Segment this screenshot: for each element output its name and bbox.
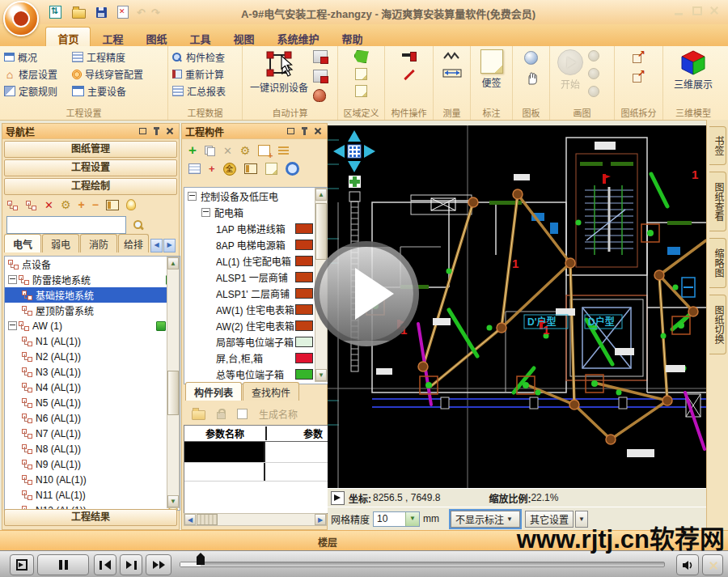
export-params-icon[interactable] — [192, 410, 205, 420]
recalculate-button[interactable]: 重新计算 — [172, 66, 238, 83]
component-item[interactable]: AW(2) 住宅电表箱 — [184, 317, 328, 333]
tree-expander-icon[interactable] — [8, 275, 17, 284]
project-results-button[interactable]: 工程结果 — [4, 509, 177, 526]
param-row[interactable] — [184, 463, 328, 482]
branch-tree-icon[interactable] — [26, 200, 37, 210]
project-settings-button[interactable]: 工程设置 — [4, 159, 177, 176]
component-item[interactable]: 8AP 电梯电源箱 — [184, 236, 328, 252]
tab-sheet-switch[interactable]: 图纸切换 — [709, 295, 726, 354]
wire-conduit-config-button[interactable]: 导线穿管配置 — [72, 66, 143, 83]
new-window-icon[interactable] — [258, 145, 270, 156]
param-row[interactable] — [184, 442, 328, 463]
copy-component-icon[interactable] — [205, 146, 215, 156]
tree-item[interactable]: N2 (AL(1)) — [5, 349, 180, 364]
component-item[interactable]: 配电箱 — [184, 204, 328, 220]
player-forward-button[interactable] — [146, 554, 171, 575]
component-check-button[interactable]: 构件检查 — [172, 49, 238, 66]
tree-item[interactable]: 基础接地系统 — [5, 287, 180, 303]
tab-scroll-left-icon[interactable]: ◀ — [150, 239, 163, 252]
player-pause-button[interactable] — [37, 554, 89, 575]
tree-item[interactable]: N7 (AL(1)) — [5, 426, 180, 441]
scroll-left-icon[interactable]: ◀ — [184, 514, 196, 525]
ruler-icon[interactable] — [442, 67, 462, 78]
tree-item[interactable]: N5 (AL(1)) — [5, 395, 180, 410]
tab-sheet-view[interactable]: 图纸查看 — [709, 172, 726, 231]
tree-item[interactable]: N9 (AL(1)) — [5, 456, 180, 472]
overview-button[interactable]: 概况 — [4, 49, 67, 66]
open-folder-icon[interactable] — [72, 9, 86, 19]
video-play-overlay-button[interactable] — [314, 241, 419, 346]
scroll-up-icon[interactable]: ▲ — [167, 257, 179, 269]
component-item[interactable]: 1AP 电梯进线箱 — [184, 220, 328, 236]
tree-search-input[interactable] — [6, 216, 126, 234]
delete-icon[interactable] — [44, 199, 53, 211]
undo-icon[interactable]: ↶ — [137, 6, 146, 19]
tree-item[interactable]: N10 (AL(1)) — [5, 472, 180, 487]
one-key-identify-button[interactable]: 一键识别设备 — [247, 49, 311, 104]
add-component-icon[interactable] — [188, 142, 197, 159]
switch-document-icon[interactable] — [49, 6, 61, 19]
save-icon[interactable] — [96, 7, 107, 18]
remove-icon[interactable] — [92, 198, 99, 211]
system-tree-icon[interactable] — [7, 200, 19, 210]
pin-panel-icon[interactable] — [150, 126, 162, 137]
tree-item[interactable]: 防雷接地系统 — [5, 272, 180, 287]
component-item[interactable]: 总等电位端子箱 — [184, 366, 328, 382]
generate-name-checkbox[interactable] — [237, 409, 248, 419]
tree-expander-icon[interactable] — [188, 192, 197, 201]
summary-report-button[interactable]: 汇总报表 — [172, 83, 238, 100]
scroll-up-icon[interactable]: ▲ — [315, 189, 327, 201]
split-sheet-icon-1[interactable] — [633, 51, 645, 63]
drawing-management-button[interactable]: 图纸管理 — [4, 141, 177, 158]
params-hscrollbar[interactable]: ◀ ▶ — [184, 513, 327, 526]
draw-tool-icon-3[interactable] — [588, 86, 599, 97]
region-note-icon-2[interactable] — [355, 85, 367, 97]
close-panel-icon[interactable] — [312, 126, 324, 137]
tree-item[interactable]: N11 (AL(1)) — [5, 487, 180, 503]
settings-gear-icon[interactable] — [61, 198, 71, 211]
scrollbar-thumb[interactable] — [315, 203, 327, 260]
tab-bookmarks[interactable]: 书签 — [709, 126, 726, 165]
close-button[interactable] — [710, 6, 722, 16]
split-sheet-icon-2[interactable] — [633, 70, 645, 83]
tree-item[interactable]: N6 (AL(1)) — [5, 410, 180, 426]
project-drawing-button[interactable]: 工程绘制 — [4, 178, 177, 195]
add-red-icon[interactable] — [209, 163, 215, 175]
scrollbar-thumb[interactable] — [167, 371, 179, 415]
tree-expander-icon[interactable] — [201, 208, 210, 217]
visibility-bulb-icon[interactable] — [126, 199, 136, 210]
ball-icon[interactable] — [524, 51, 538, 65]
chevron-down-icon[interactable]: ▼ — [405, 512, 419, 526]
tab-find-component[interactable]: 查找构件 — [243, 382, 299, 401]
player-volume-button[interactable] — [676, 554, 699, 575]
close-document-icon[interactable] — [117, 6, 129, 19]
select-all-coin-icon[interactable]: 全 — [223, 163, 236, 176]
search-icon[interactable] — [133, 219, 144, 231]
three-d-display-button[interactable]: 三维展示 — [667, 49, 719, 91]
main-equipment-button[interactable]: 主要设备 — [72, 83, 143, 100]
recognize-tool-icon-1[interactable] — [313, 50, 328, 63]
maximize-panel-icon[interactable] — [137, 126, 148, 137]
component-item[interactable]: ALSP1 一层商铺 — [184, 269, 328, 285]
annotation-mode-button[interactable]: 不显示标注▼ — [451, 511, 520, 528]
tree-item[interactable]: 屋顶防雷系统 — [5, 303, 180, 318]
note-icon[interactable] — [265, 163, 277, 175]
draw-tool-icon-2[interactable] — [588, 68, 599, 79]
tab-component-list[interactable]: 构件列表 — [185, 382, 242, 401]
start-draw-button[interactable]: 开始 — [554, 49, 586, 99]
component-item[interactable]: ALSP1' 二层商铺 — [184, 285, 328, 301]
tree-item[interactable]: N3 (AL(1)) — [5, 364, 180, 380]
scroll-down-icon[interactable]: ▼ — [315, 369, 327, 381]
draw-tool-icon-1[interactable] — [588, 50, 599, 62]
tree-scrollbar[interactable]: ▲ ▼ — [167, 257, 180, 508]
player-close-button[interactable] — [702, 554, 723, 575]
component-item[interactable]: 局部等电位端子箱 — [184, 333, 328, 350]
lock-params-icon[interactable] — [217, 412, 226, 419]
tab-electrical[interactable]: 电气 — [4, 234, 41, 252]
tree-expander-icon[interactable] — [8, 321, 17, 330]
tree-item[interactable]: 点设备 — [5, 257, 180, 272]
scroll-down-icon[interactable]: ▼ — [167, 495, 179, 507]
scroll-right-icon[interactable]: ▶ — [315, 514, 326, 525]
app-logo[interactable] — [3, 1, 39, 36]
tree-item[interactable]: N1 (AL(1)) — [5, 333, 180, 349]
